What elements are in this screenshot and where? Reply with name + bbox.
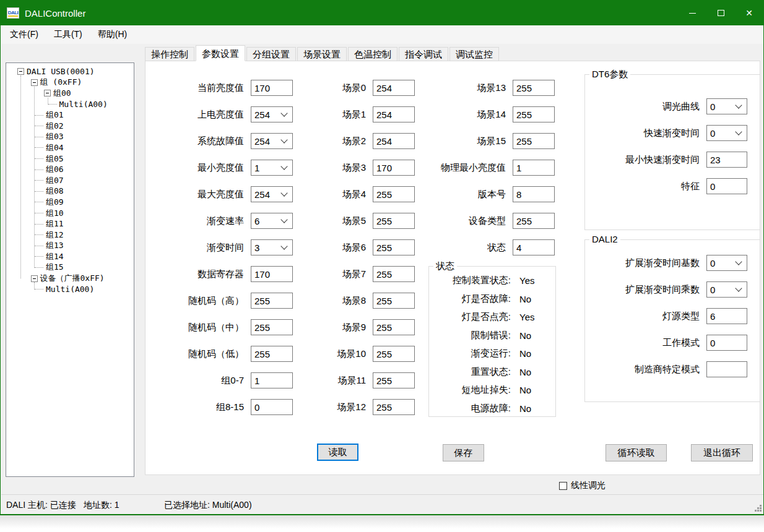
power-on-level-select[interactable]: 254 xyxy=(251,106,293,122)
light-source-type-input[interactable] xyxy=(706,308,747,324)
close-button[interactable]: ✕ xyxy=(735,1,763,25)
field-row-version: 版本号 xyxy=(412,186,555,202)
tab-分组设置[interactable]: 分组设置 xyxy=(246,47,296,61)
maximize-button[interactable] xyxy=(706,1,735,25)
exit-loop-button[interactable]: 退出循环 xyxy=(691,444,753,461)
tab-色温控制[interactable]: 色温控制 xyxy=(348,47,397,61)
tree-item-group-07[interactable]: 组07 xyxy=(6,175,134,186)
scene-0-input[interactable] xyxy=(373,80,415,96)
scene-5-input[interactable] xyxy=(373,213,415,229)
data-register-input[interactable] xyxy=(251,266,293,282)
scene-7-input[interactable] xyxy=(373,266,415,282)
tree-item-group-11[interactable]: 组11 xyxy=(6,218,134,230)
scene-13-input[interactable] xyxy=(513,80,555,96)
system-failure-select[interactable]: 254 xyxy=(251,133,293,149)
scene-6-input[interactable] xyxy=(373,239,415,255)
tab-调试监控[interactable]: 调试监控 xyxy=(449,47,499,61)
scene-14-input[interactable] xyxy=(513,106,555,122)
min-fast-fade-time-input[interactable] xyxy=(706,152,747,168)
scene-10-input[interactable] xyxy=(373,346,415,362)
tree-item-group-03[interactable]: 组03 xyxy=(6,132,134,143)
reset-state-label: 重置状态: xyxy=(429,366,511,378)
tree-item-group-00[interactable]: 组00 xyxy=(6,88,134,99)
max-level-select[interactable]: 254 xyxy=(251,186,293,202)
fade-time-select[interactable]: 3 xyxy=(251,239,293,255)
phys-min-level-label: 物理最小亮度值 xyxy=(412,162,513,174)
tree-item-group-04[interactable]: 组04 xyxy=(6,142,134,153)
tab-操作控制[interactable]: 操作控制 xyxy=(145,47,194,61)
tree-expander-icon[interactable] xyxy=(44,90,51,97)
ext-fade-base-select[interactable]: 0 xyxy=(706,255,747,271)
power-on-level-label: 上电亮度值 xyxy=(176,109,251,121)
resize-grip-icon[interactable] xyxy=(754,505,762,512)
tree-expander-icon[interactable] xyxy=(31,275,38,282)
scene-9-input[interactable] xyxy=(373,319,415,335)
scene-15-input[interactable] xyxy=(513,133,555,149)
tree-item-group-14[interactable]: 组14 xyxy=(6,251,134,262)
tree-item-dali-usb[interactable]: DALI USB(0001) xyxy=(6,66,134,77)
save-button[interactable]: 保存 xyxy=(443,444,484,461)
tree-item-group-13[interactable]: 组13 xyxy=(6,241,134,252)
tree-item-group-06[interactable]: 组06 xyxy=(6,164,134,175)
menu-item-file[interactable]: 文件(F) xyxy=(3,26,45,43)
status-row-power-failure: 电源故障:No xyxy=(429,400,555,418)
random-high-input[interactable] xyxy=(251,293,293,309)
linear-dimming-checkbox[interactable]: 线性调光 xyxy=(559,480,606,491)
fast-fade-time-select[interactable]: 0 xyxy=(706,125,747,141)
scene-8-input[interactable] xyxy=(373,293,415,309)
dim-curve-select[interactable]: 0 xyxy=(706,98,747,114)
tree-item-group-05[interactable]: 组05 xyxy=(6,153,134,165)
app-window: DALI DALIController ✕ 文件(F) 工具(T) 帮助(H) … xyxy=(0,0,764,515)
scene-11-input[interactable] xyxy=(373,372,415,388)
menu-item-tools[interactable]: 工具(T) xyxy=(47,26,89,43)
current-level-input[interactable] xyxy=(251,80,293,96)
menu-bar: 文件(F) 工具(T) 帮助(H) xyxy=(1,25,763,44)
loop-read-button[interactable]: 循环读取 xyxy=(606,444,667,461)
tree-item-group-02[interactable]: 组02 xyxy=(6,121,134,132)
scene-1-input[interactable] xyxy=(373,106,415,122)
group-0-7-input[interactable] xyxy=(251,372,293,388)
chevron-down-icon xyxy=(280,189,287,196)
scene-4-input[interactable] xyxy=(373,186,415,202)
tree-item-group-15[interactable]: 组15 xyxy=(6,262,134,273)
tab-参数设置[interactable]: 参数设置 xyxy=(196,45,245,61)
random-low-input[interactable] xyxy=(251,346,293,362)
group-8-15-input[interactable] xyxy=(251,399,293,415)
field-row-group-0-7: 组0-7 xyxy=(176,372,293,388)
manufacturer-mode-input[interactable] xyxy=(706,361,747,377)
tree-item-group-09[interactable]: 组09 xyxy=(6,197,134,208)
read-button[interactable]: 读取 xyxy=(317,444,358,461)
status-input[interactable] xyxy=(513,239,555,255)
tree-item-group-12[interactable]: 组12 xyxy=(6,230,134,241)
scene-12-input[interactable] xyxy=(373,399,415,415)
tab-指令调试[interactable]: 指令调试 xyxy=(399,47,448,61)
tree-item-multi-a00[interactable]: Multi(A00) xyxy=(6,99,134,110)
menu-item-help[interactable]: 帮助(H) xyxy=(91,26,134,43)
tree-item-group-10[interactable]: 组10 xyxy=(6,208,134,219)
tree-item-multi-a00-2[interactable]: Multi(A00) xyxy=(6,284,134,295)
scene-2-input[interactable] xyxy=(373,133,415,149)
ext-fade-mult-select[interactable]: 0 xyxy=(706,281,747,298)
tree-expander-icon[interactable] xyxy=(31,79,38,86)
tree-item-device-broadcast[interactable]: 设备（广播0xFF) xyxy=(6,273,134,284)
tree-item-label: 组04 xyxy=(46,142,64,153)
field-row-scene-7: 场景7 xyxy=(300,266,415,282)
minimize-button[interactable] xyxy=(678,1,706,25)
version-input[interactable] xyxy=(513,186,555,202)
features-input[interactable] xyxy=(706,178,747,194)
tab-场景设置[interactable]: 场景设置 xyxy=(297,47,347,61)
chevron-down-icon xyxy=(280,242,287,249)
tree-item-group-01[interactable]: 组01 xyxy=(6,109,134,121)
tree-expander-icon[interactable] xyxy=(17,68,24,75)
scene-3-input[interactable] xyxy=(373,160,415,176)
min-level-select[interactable]: 1 xyxy=(251,160,293,176)
tree-connector-icon xyxy=(35,158,43,159)
device-type-input[interactable] xyxy=(513,213,555,229)
fade-rate-select[interactable]: 6 xyxy=(251,213,293,229)
operating-mode-input[interactable] xyxy=(706,335,747,351)
short-addr-missing-value: No xyxy=(519,385,531,395)
random-mid-input[interactable] xyxy=(251,319,293,335)
phys-min-level-input[interactable] xyxy=(513,160,555,176)
tree-item-group-08[interactable]: 组08 xyxy=(6,186,134,197)
tree-item-group-root[interactable]: 组 (0xFF) xyxy=(6,77,134,88)
